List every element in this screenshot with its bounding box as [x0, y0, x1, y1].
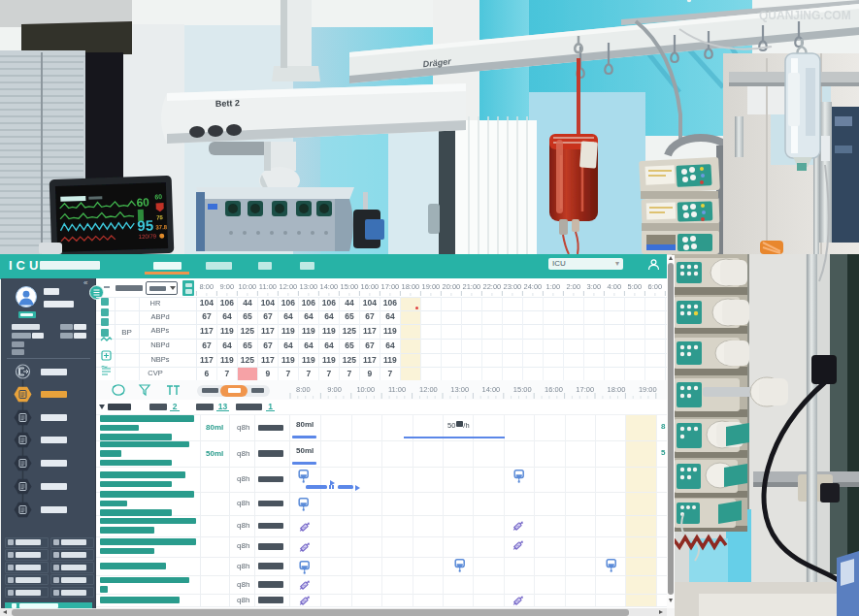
svg-text:37.8: 37.8 [155, 224, 168, 230]
svg-text:QUANJING.COM: QUANJING.COM [759, 9, 851, 22]
svg-text:Bett 2: Bett 2 [215, 98, 240, 109]
svg-text:60: 60 [136, 196, 149, 210]
svg-text:95: 95 [137, 217, 153, 235]
svg-text:120/79: 120/79 [139, 233, 157, 240]
svg-text:60: 60 [154, 193, 162, 200]
svg-text:75: 75 [156, 214, 164, 220]
